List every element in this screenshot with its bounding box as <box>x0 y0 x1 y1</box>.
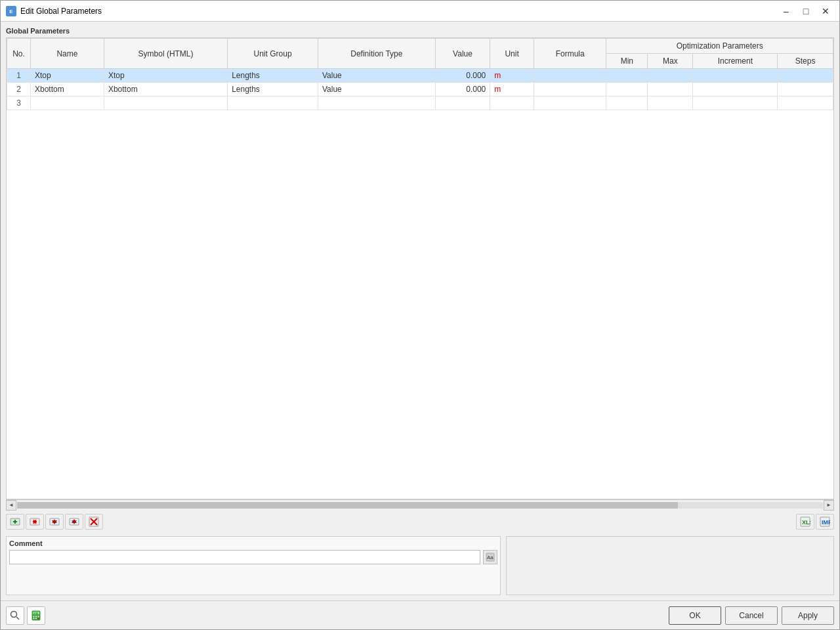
cell-no: 2 <box>7 83 31 96</box>
close-button[interactable]: ✕ <box>817 5 834 18</box>
cell-unit[interactable]: m <box>490 83 534 96</box>
svg-point-24 <box>11 611 17 617</box>
col-header-formula: Formula <box>534 39 606 69</box>
search-icon <box>10 610 20 621</box>
calculator-button[interactable]: 0.00 <box>27 606 45 625</box>
comment-dropdown[interactable] <box>9 550 480 564</box>
cell-symbol[interactable]: Xtop <box>104 69 227 83</box>
content-area: Global Parameters No. Name Symbol (HTML)… <box>1 22 839 600</box>
svg-point-29 <box>33 616 35 617</box>
maximize-button[interactable]: □ <box>797 5 814 18</box>
table-wrapper[interactable]: No. Name Symbol (HTML) Unit Group Defini… <box>7 38 833 499</box>
cell-min[interactable] <box>606 69 648 83</box>
cell-min[interactable] <box>606 96 648 110</box>
scroll-right-button[interactable]: ► <box>824 500 834 511</box>
cell-steps[interactable] <box>778 69 833 83</box>
window-title: Edit Global Parameters <box>20 7 778 16</box>
window-controls: – □ ✕ <box>778 5 834 18</box>
cell-name[interactable]: Xbottom <box>31 83 104 96</box>
cell-unit-group[interactable]: Lengths <box>228 83 318 96</box>
comment-label: Comment <box>9 539 497 547</box>
search-button[interactable] <box>6 606 24 625</box>
cell-formula[interactable] <box>534 83 606 96</box>
col-header-name: Name <box>31 39 104 69</box>
col-header-steps: Steps <box>778 54 833 69</box>
cell-value[interactable]: 0.000 <box>435 83 490 96</box>
cell-no: 1 <box>7 69 31 83</box>
col-header-unit: Unit <box>490 39 534 69</box>
scroll-left-button[interactable]: ◄ <box>6 500 16 511</box>
comment-format-button[interactable]: Aa <box>483 550 497 564</box>
table-row[interactable]: 3 <box>7 96 833 110</box>
cell-symbol[interactable] <box>104 96 227 110</box>
cell-unit-group[interactable] <box>228 96 318 110</box>
delete-all-icon <box>89 516 99 527</box>
cell-increment[interactable] <box>693 69 778 83</box>
move-down-icon <box>69 516 79 527</box>
parameters-table: No. Name Symbol (HTML) Unit Group Defini… <box>7 38 833 110</box>
svg-point-30 <box>35 616 37 617</box>
cell-unit-group[interactable]: Lengths <box>228 69 318 83</box>
cell-unit[interactable] <box>490 96 534 110</box>
toolbar-right: XLS IMP <box>796 514 834 530</box>
cell-increment[interactable] <box>693 83 778 96</box>
cell-max[interactable] <box>648 83 693 96</box>
cancel-button[interactable]: Cancel <box>725 606 778 625</box>
cell-min[interactable] <box>606 83 648 96</box>
section-label: Global Parameters <box>6 27 834 35</box>
col-header-min: Min <box>606 54 648 69</box>
bottom-right-buttons: OK Cancel Apply <box>669 606 834 625</box>
cell-value[interactable]: 0.000 <box>435 69 490 83</box>
cell-unit[interactable]: m <box>490 69 534 83</box>
move-down-button[interactable] <box>65 514 83 530</box>
cell-max[interactable] <box>648 69 693 83</box>
add-row-button[interactable] <box>6 514 24 530</box>
toolbar-left <box>6 514 103 530</box>
cell-definition-type[interactable]: Value <box>318 83 435 96</box>
ok-button[interactable]: OK <box>669 606 721 625</box>
comment-right-panel <box>506 536 834 595</box>
comment-left-panel: Comment Aa <box>6 536 501 595</box>
app-icon: E <box>6 6 16 16</box>
table-row[interactable]: 1 Xtop Xtop Lengths Value 0.000 m <box>7 69 833 83</box>
cell-value[interactable] <box>435 96 490 110</box>
cell-formula[interactable] <box>534 96 606 110</box>
svg-point-32 <box>33 618 35 619</box>
col-header-max: Max <box>648 54 693 69</box>
horizontal-scrollbar[interactable]: ◄ ► <box>6 499 834 510</box>
svg-text:Aa: Aa <box>487 555 494 560</box>
delete-row-button[interactable] <box>26 514 44 530</box>
svg-point-34 <box>38 618 39 619</box>
cell-name[interactable]: Xtop <box>31 69 104 83</box>
scroll-thumb[interactable] <box>17 502 678 509</box>
cell-formula[interactable] <box>534 69 606 83</box>
header-row-1: No. Name Symbol (HTML) Unit Group Defini… <box>7 39 833 54</box>
cell-max[interactable] <box>648 96 693 110</box>
export-button[interactable]: XLS <box>796 514 814 530</box>
apply-button[interactable]: Apply <box>782 606 834 625</box>
import-button[interactable]: IMP <box>816 514 834 530</box>
table-row[interactable]: 2 Xbottom Xbottom Lengths Value 0.000 m <box>7 83 833 96</box>
title-bar: E Edit Global Parameters – □ ✕ <box>1 1 839 22</box>
main-window: E Edit Global Parameters – □ ✕ Global Pa… <box>0 0 840 630</box>
col-header-optimization: Optimization Parameters <box>606 39 833 54</box>
svg-point-33 <box>35 618 37 619</box>
cell-steps[interactable] <box>778 96 833 110</box>
cell-definition-type[interactable] <box>318 96 435 110</box>
cell-increment[interactable] <box>693 96 778 110</box>
export-icon: XLS <box>800 516 810 527</box>
scroll-track[interactable] <box>17 502 823 509</box>
delete-all-button[interactable] <box>85 514 103 530</box>
table-body: 1 Xtop Xtop Lengths Value 0.000 m <box>7 69 833 110</box>
bottom-left-buttons: 0.00 <box>6 606 45 625</box>
format-icon: Aa <box>486 553 495 562</box>
cell-symbol[interactable]: Xbottom <box>104 83 227 96</box>
minimize-button[interactable]: – <box>778 5 795 18</box>
cell-steps[interactable] <box>778 83 833 96</box>
cell-definition-type[interactable]: Value <box>318 69 435 83</box>
svg-point-31 <box>38 616 39 617</box>
svg-text:0.00: 0.00 <box>33 612 38 614</box>
svg-text:E: E <box>9 9 13 14</box>
move-up-button[interactable] <box>45 514 64 530</box>
cell-name[interactable] <box>31 96 104 110</box>
